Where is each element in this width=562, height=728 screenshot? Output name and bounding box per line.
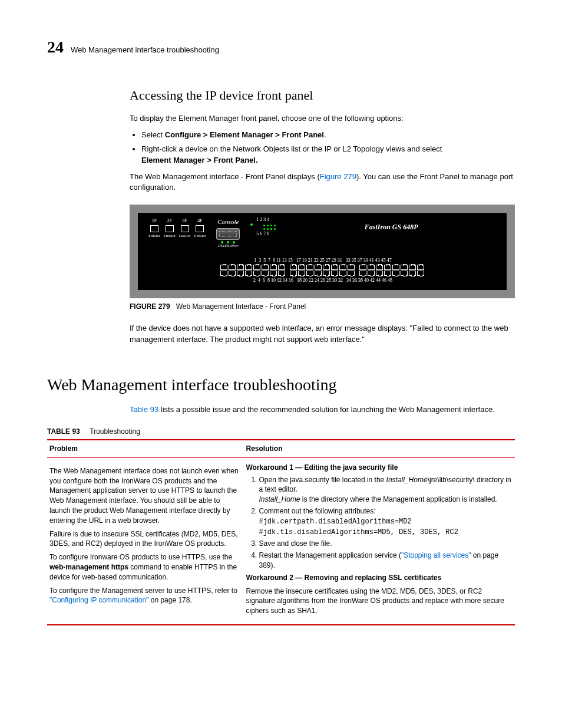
header-title: Web Management interface troubleshooting	[71, 45, 219, 55]
list-item: Right-click a device on the Network Obje…	[141, 144, 515, 165]
front-panel-figure: 1FLnkAct 2FLnkAct 3FLnkAct 4FLnkAct Cons…	[130, 205, 515, 298]
config-ip-link[interactable]: "Configuring IP communication"	[49, 596, 148, 604]
section-heading-accessing: Accessing the IP device front panel	[130, 87, 515, 105]
error-paragraph: If the device does not have a supported …	[130, 323, 515, 344]
step: Restart the Management application servi…	[259, 551, 511, 571]
page-header: 24 Web Management interface troubleshoot…	[47, 35, 515, 58]
table-link[interactable]: Table 93	[130, 405, 158, 414]
figure-link[interactable]: Figure 279	[320, 172, 356, 181]
workaround1-title: Workaround 1 — Editing the java security…	[246, 463, 511, 473]
workaround2-title: Workaround 2 — Removing and replacing SS…	[246, 573, 511, 583]
led-grid: 1 2 3 4 5 6 7 8	[256, 218, 276, 237]
figure-caption: FIGURE 279 Web Management Interface - Fr…	[130, 302, 515, 312]
intro-paragraph: To display the Element Manager front pan…	[130, 113, 515, 124]
paragraph: The Web Management interface - Front Pan…	[130, 172, 515, 193]
workaround1-steps: Open the java.security file located in t…	[246, 475, 511, 571]
section2-intro: Table 93 lists a possible issue and the …	[130, 404, 515, 415]
chapter-number: 24	[47, 35, 64, 58]
device-model: FastIron GS 648P	[286, 218, 496, 232]
table-row: The Web Management interface does not la…	[47, 457, 515, 625]
troubleshooting-table: Problem Resolution The Web Management in…	[47, 439, 515, 625]
fan-indicators: 1FLnkAct 2FLnkAct 3FLnkAct 4FLnkAct	[148, 218, 206, 239]
col-resolution: Resolution	[243, 440, 515, 457]
list-item: Select Configure > Element Manager > Fro…	[141, 130, 515, 140]
stopping-services-link[interactable]: "Stopping all services"	[401, 551, 471, 559]
option-list: Select Configure > Element Manager > Fro…	[130, 130, 515, 166]
step: Save and close the file.	[259, 539, 511, 549]
step: Open the java.security file located in t…	[259, 475, 511, 505]
console-port: Console PS1PS2Pwr	[216, 218, 240, 249]
section-heading-troubleshooting: Web Management interface troubleshooting	[47, 373, 515, 396]
workaround2-body: Remove the insecure certificates using t…	[246, 587, 511, 616]
col-problem: Problem	[47, 440, 243, 457]
step: Comment out the following attributes: #j…	[259, 506, 511, 537]
port-row: 1 3 5 7 9 11 13 15 17 19 21 23 25 27 29 …	[148, 257, 496, 284]
table-caption: TABLE 93 Troubleshooting	[47, 427, 515, 437]
